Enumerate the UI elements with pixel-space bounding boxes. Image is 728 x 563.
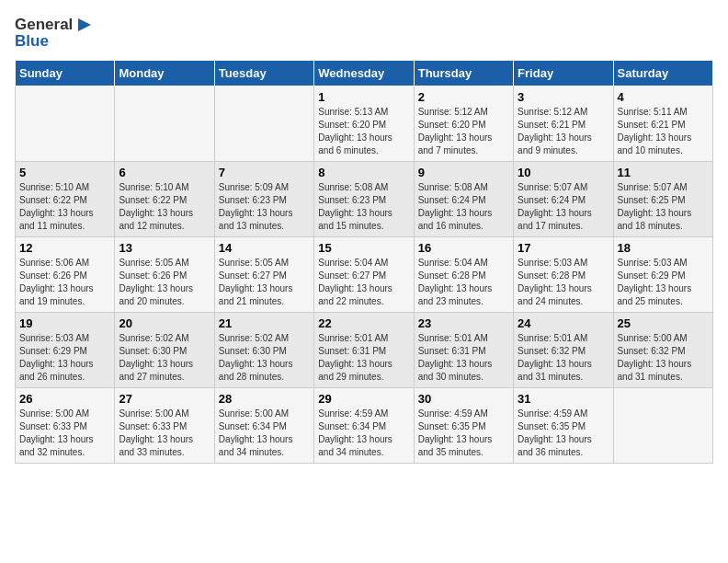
day-info: Sunrise: 4:59 AM Sunset: 6:35 PM Dayligh… (518, 408, 609, 459)
day-number: 14 (219, 241, 310, 255)
day-number: 20 (119, 316, 210, 330)
calendar-cell (115, 86, 214, 161)
day-info: Sunrise: 5:07 AM Sunset: 6:25 PM Dayligh… (618, 181, 709, 233)
calendar-cell: 12Sunrise: 5:06 AM Sunset: 6:26 PM Dayli… (16, 236, 115, 312)
day-number: 28 (219, 392, 310, 406)
day-info: Sunrise: 5:10 AM Sunset: 6:22 PM Dayligh… (119, 181, 210, 233)
day-number: 24 (518, 316, 609, 330)
calendar-cell: 29Sunrise: 4:59 AM Sunset: 6:34 PM Dayli… (314, 387, 414, 463)
calendar-cell: 1Sunrise: 5:13 AM Sunset: 6:20 PM Daylig… (314, 86, 414, 161)
day-info: Sunrise: 5:00 AM Sunset: 6:33 PM Dayligh… (19, 408, 110, 459)
day-info: Sunrise: 5:08 AM Sunset: 6:24 PM Dayligh… (418, 181, 509, 233)
blue-text: Blue (15, 33, 95, 51)
day-info: Sunrise: 5:08 AM Sunset: 6:23 PM Dayligh… (318, 181, 409, 233)
day-number: 27 (119, 392, 210, 406)
calendar-cell: 3Sunrise: 5:12 AM Sunset: 6:21 PM Daylig… (514, 86, 613, 161)
svg-marker-0 (78, 18, 91, 31)
day-number: 3 (518, 90, 609, 104)
day-info: Sunrise: 5:13 AM Sunset: 6:20 PM Dayligh… (318, 106, 409, 157)
day-number: 19 (19, 316, 110, 330)
day-info: Sunrise: 5:11 AM Sunset: 6:21 PM Dayligh… (618, 106, 709, 157)
calendar-cell: 2Sunrise: 5:12 AM Sunset: 6:20 PM Daylig… (414, 86, 513, 161)
calendar-cell: 22Sunrise: 5:01 AM Sunset: 6:31 PM Dayli… (314, 312, 414, 387)
day-info: Sunrise: 5:10 AM Sunset: 6:22 PM Dayligh… (19, 181, 110, 233)
day-number: 9 (418, 166, 509, 179)
day-number: 6 (119, 166, 210, 179)
calendar-cell: 19Sunrise: 5:03 AM Sunset: 6:29 PM Dayli… (16, 312, 115, 387)
calendar-cell: 17Sunrise: 5:03 AM Sunset: 6:28 PM Dayli… (514, 236, 613, 312)
general-text: General (15, 17, 73, 34)
calendar-cell: 18Sunrise: 5:03 AM Sunset: 6:29 PM Dayli… (613, 236, 712, 312)
day-info: Sunrise: 5:05 AM Sunset: 6:27 PM Dayligh… (219, 257, 310, 308)
day-number: 11 (618, 166, 709, 179)
day-number: 15 (318, 241, 409, 255)
day-info: Sunrise: 5:04 AM Sunset: 6:27 PM Dayligh… (318, 257, 409, 308)
day-number: 29 (318, 392, 409, 406)
calendar-cell (16, 86, 115, 161)
day-number: 31 (518, 392, 609, 406)
header: General Blue (15, 15, 713, 51)
day-number: 4 (618, 90, 709, 104)
day-info: Sunrise: 4:59 AM Sunset: 6:35 PM Dayligh… (418, 408, 509, 459)
calendar-cell: 26Sunrise: 5:00 AM Sunset: 6:33 PM Dayli… (16, 387, 115, 463)
day-number: 2 (418, 90, 509, 104)
calendar-cell: 15Sunrise: 5:04 AM Sunset: 6:27 PM Dayli… (314, 236, 414, 312)
day-number: 18 (618, 241, 709, 255)
calendar-cell: 10Sunrise: 5:07 AM Sunset: 6:24 PM Dayli… (514, 161, 613, 236)
day-number: 21 (219, 316, 310, 330)
calendar-header-monday: Monday (115, 60, 214, 86)
day-number: 17 (518, 241, 609, 255)
calendar-cell: 27Sunrise: 5:00 AM Sunset: 6:33 PM Dayli… (115, 387, 214, 463)
calendar-header-thursday: Thursday (414, 60, 513, 86)
calendar-cell: 21Sunrise: 5:02 AM Sunset: 6:30 PM Dayli… (214, 312, 313, 387)
day-number: 8 (318, 166, 409, 179)
logo: General Blue (15, 15, 95, 51)
calendar-header-tuesday: Tuesday (214, 60, 313, 86)
calendar-cell: 4Sunrise: 5:11 AM Sunset: 6:21 PM Daylig… (613, 86, 712, 161)
day-number: 10 (518, 166, 609, 179)
day-number: 12 (19, 241, 110, 255)
calendar-header-sunday: Sunday (16, 60, 115, 86)
day-info: Sunrise: 5:04 AM Sunset: 6:28 PM Dayligh… (418, 257, 509, 308)
day-info: Sunrise: 5:09 AM Sunset: 6:23 PM Dayligh… (219, 181, 310, 233)
day-number: 25 (618, 316, 709, 330)
calendar-cell: 7Sunrise: 5:09 AM Sunset: 6:23 PM Daylig… (214, 161, 313, 236)
day-info: Sunrise: 5:03 AM Sunset: 6:29 PM Dayligh… (618, 257, 709, 308)
calendar-cell: 16Sunrise: 5:04 AM Sunset: 6:28 PM Dayli… (414, 236, 513, 312)
calendar-cell: 20Sunrise: 5:02 AM Sunset: 6:30 PM Dayli… (115, 312, 214, 387)
day-number: 13 (119, 241, 210, 255)
calendar-cell: 6Sunrise: 5:10 AM Sunset: 6:22 PM Daylig… (115, 161, 214, 236)
day-info: Sunrise: 5:01 AM Sunset: 6:31 PM Dayligh… (418, 332, 509, 384)
logo-triangle-icon (74, 15, 95, 35)
day-info: Sunrise: 5:00 AM Sunset: 6:34 PM Dayligh… (219, 408, 310, 459)
day-info: Sunrise: 5:00 AM Sunset: 6:33 PM Dayligh… (119, 408, 210, 459)
calendar-cell: 30Sunrise: 4:59 AM Sunset: 6:35 PM Dayli… (414, 387, 513, 463)
day-info: Sunrise: 5:02 AM Sunset: 6:30 PM Dayligh… (219, 332, 310, 384)
calendar-cell (214, 86, 313, 161)
day-number: 30 (418, 392, 509, 406)
day-info: Sunrise: 5:07 AM Sunset: 6:24 PM Dayligh… (518, 181, 609, 233)
day-number: 22 (318, 316, 409, 330)
calendar-cell: 23Sunrise: 5:01 AM Sunset: 6:31 PM Dayli… (414, 312, 513, 387)
calendar-header-saturday: Saturday (613, 60, 712, 86)
day-number: 16 (418, 241, 509, 255)
day-number: 7 (219, 166, 310, 179)
day-info: Sunrise: 5:01 AM Sunset: 6:31 PM Dayligh… (318, 332, 409, 384)
calendar-cell: 24Sunrise: 5:01 AM Sunset: 6:32 PM Dayli… (514, 312, 613, 387)
day-info: Sunrise: 5:12 AM Sunset: 6:21 PM Dayligh… (518, 106, 609, 157)
day-info: Sunrise: 5:12 AM Sunset: 6:20 PM Dayligh… (418, 106, 509, 157)
calendar-cell: 13Sunrise: 5:05 AM Sunset: 6:26 PM Dayli… (115, 236, 214, 312)
day-info: Sunrise: 5:02 AM Sunset: 6:30 PM Dayligh… (119, 332, 210, 384)
day-number: 5 (19, 166, 110, 179)
calendar-table: SundayMondayTuesdayWednesdayThursdayFrid… (15, 60, 713, 464)
day-info: Sunrise: 5:03 AM Sunset: 6:28 PM Dayligh… (518, 257, 609, 308)
day-info: Sunrise: 5:01 AM Sunset: 6:32 PM Dayligh… (518, 332, 609, 384)
day-number: 26 (19, 392, 110, 406)
calendar-cell: 25Sunrise: 5:00 AM Sunset: 6:32 PM Dayli… (613, 312, 712, 387)
calendar-cell: 11Sunrise: 5:07 AM Sunset: 6:25 PM Dayli… (613, 161, 712, 236)
calendar-cell (613, 387, 712, 463)
calendar-cell: 9Sunrise: 5:08 AM Sunset: 6:24 PM Daylig… (414, 161, 513, 236)
day-info: Sunrise: 4:59 AM Sunset: 6:34 PM Dayligh… (318, 408, 409, 459)
day-info: Sunrise: 5:06 AM Sunset: 6:26 PM Dayligh… (19, 257, 110, 308)
calendar-cell: 28Sunrise: 5:00 AM Sunset: 6:34 PM Dayli… (214, 387, 313, 463)
